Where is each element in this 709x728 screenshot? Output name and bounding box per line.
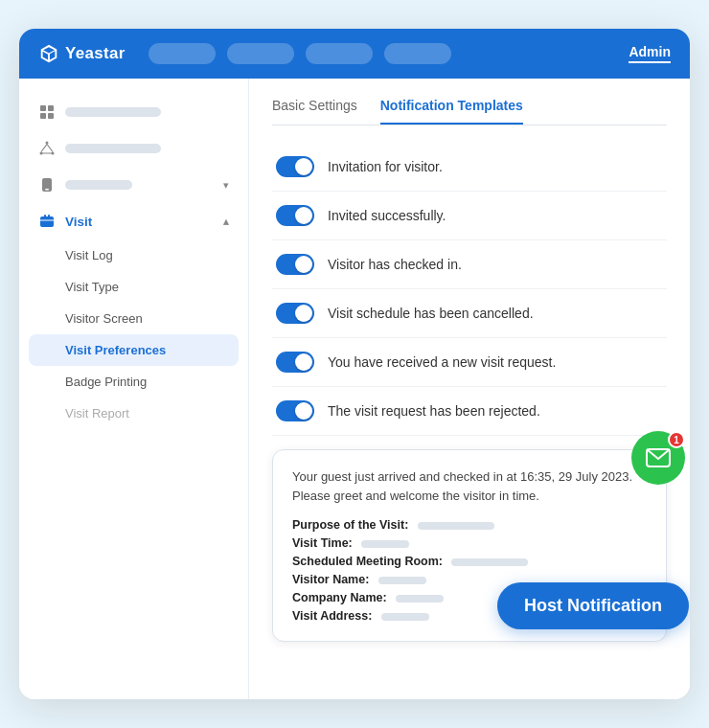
toggle-row-5: The visit request has been rejected. bbox=[272, 387, 667, 436]
nav-pill-2[interactable] bbox=[227, 43, 294, 64]
sidebar-label-bar-1 bbox=[65, 107, 161, 117]
sidebar: ▾ Visit ▴ Visit Log Visit Type Visitor S… bbox=[19, 79, 249, 699]
toggle-label-2: Visitor has checked in. bbox=[328, 257, 462, 272]
tab-notification-templates[interactable]: Notification Templates bbox=[380, 98, 523, 125]
svg-line-7 bbox=[41, 145, 47, 152]
toggle-label-3: Visit schedule has been cancelled. bbox=[328, 306, 534, 321]
toggle-row-2: Visitor has checked in. bbox=[272, 240, 667, 289]
toggle-invited-successfully[interactable] bbox=[276, 205, 314, 226]
svg-rect-11 bbox=[45, 189, 49, 191]
sidebar-item-1[interactable] bbox=[19, 94, 248, 130]
tabs-bar: Basic Settings Notification Templates bbox=[272, 98, 667, 125]
toggle-row-3: Visit schedule has been cancelled. bbox=[272, 289, 667, 338]
svg-point-4 bbox=[46, 142, 49, 145]
sidebar-sub-visitor-screen[interactable]: Visitor Screen bbox=[19, 303, 248, 334]
sidebar-item-3[interactable]: ▾ bbox=[19, 167, 248, 203]
nav-pills bbox=[149, 43, 451, 64]
nav-pill-4[interactable] bbox=[384, 43, 451, 64]
toggle-schedule-cancelled[interactable] bbox=[276, 303, 314, 324]
logo-text: Yeastar bbox=[65, 44, 126, 63]
svg-rect-12 bbox=[40, 216, 54, 227]
main-content: Basic Settings Notification Templates In… bbox=[249, 79, 690, 699]
preview-card: 1 Your guest just arrived and checked in… bbox=[272, 449, 667, 642]
top-nav: Yeastar Admin bbox=[19, 29, 690, 79]
toggle-request-rejected[interactable] bbox=[276, 400, 314, 421]
logo: Yeastar bbox=[38, 43, 126, 64]
app-body: ▾ Visit ▴ Visit Log Visit Type Visitor S… bbox=[19, 79, 690, 699]
email-badge: 1 bbox=[668, 431, 685, 448]
toggle-row-1: Invited successfully. bbox=[272, 192, 667, 240]
float-email-button[interactable]: 1 bbox=[631, 431, 685, 485]
toggle-row-4: You have received a new visit request. bbox=[272, 338, 667, 387]
host-notification-button[interactable]: Host Notification bbox=[497, 582, 689, 629]
sidebar-sub-badge-printing[interactable]: Badge Printing bbox=[19, 366, 248, 398]
sidebar-item-2[interactable] bbox=[19, 130, 248, 167]
preview-field-0: Purpose of the Visit: bbox=[292, 518, 647, 532]
toggle-label-5: The visit request has been rejected. bbox=[328, 403, 540, 419]
nav-admin-label: Admin bbox=[629, 44, 671, 63]
svg-rect-2 bbox=[40, 113, 46, 119]
nav-pill-3[interactable] bbox=[306, 43, 373, 64]
sidebar-sub-visit-preferences[interactable]: Visit Preferences bbox=[29, 334, 239, 366]
svg-rect-14 bbox=[48, 215, 50, 218]
toggle-invitation[interactable] bbox=[276, 156, 314, 177]
yeastar-logo-icon bbox=[38, 43, 59, 64]
sidebar-label-bar-2 bbox=[65, 144, 161, 153]
nav-pill-1[interactable] bbox=[149, 43, 216, 64]
app-window: Yeastar Admin bbox=[19, 29, 690, 699]
phone-icon bbox=[38, 176, 56, 193]
tab-basic-settings[interactable]: Basic Settings bbox=[272, 98, 357, 125]
toggle-new-visit-request[interactable] bbox=[276, 352, 314, 373]
chevron-icon-3: ▾ bbox=[223, 179, 229, 192]
sidebar-sub-visit-log[interactable]: Visit Log bbox=[19, 239, 248, 271]
visit-icon bbox=[38, 213, 56, 230]
toggle-label-0: Invitation for visitor. bbox=[328, 159, 443, 174]
sidebar-item-visit[interactable]: Visit ▴ bbox=[19, 203, 248, 239]
sidebar-label-bar-3 bbox=[65, 180, 132, 190]
chevron-icon-visit: ▴ bbox=[223, 216, 229, 228]
svg-rect-13 bbox=[44, 215, 46, 218]
svg-rect-0 bbox=[40, 105, 46, 111]
toggle-label-1: Invited successfully. bbox=[328, 208, 446, 223]
preview-field-2: Scheduled Meeting Room: bbox=[292, 555, 647, 568]
sidebar-sub-visit-type[interactable]: Visit Type bbox=[19, 271, 248, 303]
toggle-visitor-checked-in[interactable] bbox=[276, 254, 314, 275]
toggle-label-4: You have received a new visit request. bbox=[328, 354, 556, 370]
sidebar-visit-label: Visit bbox=[65, 215, 92, 229]
grid-icon bbox=[38, 103, 56, 121]
email-icon bbox=[646, 448, 671, 467]
toggle-row-0: Invitation for visitor. bbox=[272, 143, 667, 192]
network-icon bbox=[38, 140, 56, 157]
preview-intro: Your guest just arrived and checked in a… bbox=[292, 467, 647, 505]
svg-line-8 bbox=[47, 145, 53, 152]
svg-rect-3 bbox=[48, 113, 54, 119]
preview-field-1: Visit Time: bbox=[292, 536, 647, 550]
sidebar-sub-visit-report[interactable]: Visit Report bbox=[19, 398, 248, 429]
svg-rect-1 bbox=[48, 105, 54, 111]
